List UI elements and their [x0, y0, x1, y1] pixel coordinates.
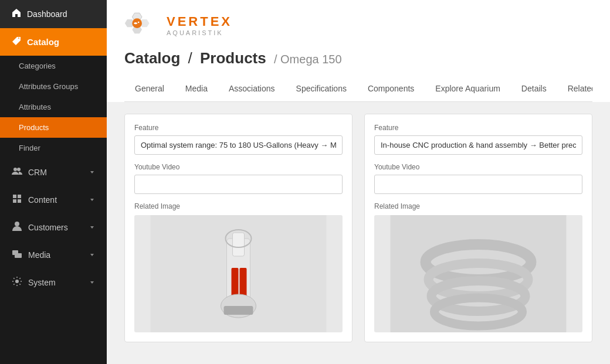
- tab-components[interactable]: Components: [357, 77, 425, 101]
- sidebar-item-media[interactable]: Media: [0, 241, 107, 268]
- sidebar-label-finder: Finder: [19, 144, 40, 152]
- features-grid: Feature Youtube Video Related Image: [124, 114, 592, 342]
- tab-associations[interactable]: Associations: [218, 77, 286, 101]
- related-image-2: [374, 215, 582, 332]
- product-image-1: [134, 215, 343, 332]
- sidebar-label-media: Media: [28, 250, 50, 260]
- svg-rect-4: [13, 199, 16, 203]
- sidebar-item-crm[interactable]: CRM: [0, 158, 107, 186]
- breadcrumb-slash: /: [188, 49, 196, 67]
- breadcrumb-catalog: Catalog: [124, 49, 180, 67]
- svg-rect-24: [224, 306, 253, 315]
- svg-point-16: [138, 22, 140, 23]
- features-content-area: Feature Youtube Video Related Image: [107, 102, 610, 364]
- content-icon: [12, 193, 22, 206]
- sidebar-label-dashboard: Dashboard: [27, 9, 67, 19]
- sidebar-label-crm: CRM: [28, 168, 47, 177]
- svg-point-9: [15, 280, 19, 283]
- tag-icon: [12, 36, 21, 47]
- sidebar-label-catalog: Catalog: [27, 37, 59, 47]
- media-icon: [12, 249, 22, 261]
- svg-point-0: [13, 168, 17, 171]
- customers-icon: [12, 221, 22, 233]
- svg-rect-5: [18, 199, 21, 203]
- svg-rect-3: [18, 195, 21, 198]
- youtube-2-input[interactable]: [374, 175, 582, 194]
- svg-point-6: [15, 222, 19, 226]
- logo-area: VERTEX AQUARISTIK: [124, 11, 592, 40]
- sidebar-item-attributes[interactable]: Attributes: [0, 97, 107, 117]
- vertex-logo: [124, 11, 160, 40]
- youtube-1-input[interactable]: [134, 175, 343, 194]
- svg-rect-19: [233, 233, 245, 256]
- sidebar-item-categories[interactable]: Categories: [0, 56, 107, 76]
- crm-icon: [12, 166, 22, 178]
- sidebar-item-products[interactable]: Products: [0, 117, 107, 138]
- sidebar: Dashboard Catalog Categories Attributes …: [0, 0, 107, 364]
- brand-sub: AQUARISTIK: [167, 29, 232, 36]
- customers-expand-icon: [89, 224, 95, 230]
- related-image-2-label: Related Image: [374, 202, 582, 210]
- breadcrumb-product: / Omega 150: [274, 53, 342, 66]
- svg-point-1: [17, 168, 21, 171]
- sidebar-item-attributes-groups[interactable]: Attributes Groups: [0, 76, 107, 97]
- feature-card-2: Feature Youtube Video Related Image: [364, 114, 592, 342]
- feature-1-input[interactable]: [134, 135, 343, 155]
- media-expand-icon: [89, 252, 95, 258]
- svg-rect-2: [13, 195, 16, 198]
- breadcrumb-products: Products: [200, 49, 266, 67]
- sidebar-item-customers[interactable]: Customers: [0, 213, 107, 241]
- related-image-1-label: Related Image: [134, 202, 343, 210]
- feature-card-1: Feature Youtube Video Related Image: [124, 114, 353, 342]
- sidebar-item-dashboard[interactable]: Dashboard: [0, 0, 107, 28]
- sidebar-label-categories: Categories: [19, 62, 56, 70]
- feature-2-input[interactable]: [374, 135, 582, 155]
- tab-related[interactable]: Related: [557, 77, 592, 101]
- brand-name: VERTEX: [167, 14, 232, 29]
- feature-1-label: Feature: [134, 124, 343, 132]
- tab-media[interactable]: Media: [175, 77, 218, 101]
- page-header: VERTEX AQUARISTIK Catalog / Products / O…: [107, 0, 610, 102]
- tab-explore-aquarium[interactable]: Explore Aquarium: [425, 77, 511, 101]
- sidebar-label-customers: Customers: [28, 223, 68, 232]
- sidebar-item-content[interactable]: Content: [0, 186, 107, 213]
- home-icon: [12, 8, 21, 20]
- sidebar-item-finder[interactable]: Finder: [0, 138, 107, 158]
- sidebar-label-system: System: [28, 278, 56, 287]
- crm-expand-icon: [89, 169, 95, 175]
- feature-2-label: Feature: [374, 124, 582, 132]
- related-image-1: [134, 215, 343, 332]
- sidebar-item-system[interactable]: System: [0, 268, 107, 296]
- sidebar-label-products: Products: [19, 123, 49, 132]
- sidebar-label-attributes-groups: Attributes Groups: [19, 82, 78, 91]
- tabs-bar: General Media Associations Specification…: [124, 77, 592, 102]
- sidebar-label-attributes: Attributes: [19, 103, 51, 111]
- tab-specifications[interactable]: Specifications: [286, 77, 357, 101]
- tab-general[interactable]: General: [124, 77, 175, 101]
- sidebar-label-content: Content: [28, 195, 57, 205]
- sidebar-item-catalog[interactable]: Catalog: [0, 28, 107, 56]
- brand-text: VERTEX AQUARISTIK: [167, 14, 232, 36]
- youtube-2-label: Youtube Video: [374, 163, 582, 171]
- svg-rect-8: [15, 253, 22, 258]
- system-expand-icon: [89, 280, 95, 285]
- main-content: VERTEX AQUARISTIK Catalog / Products / O…: [107, 0, 610, 364]
- youtube-1-label: Youtube Video: [134, 163, 343, 171]
- content-expand-icon: [89, 197, 95, 203]
- product-image-2: [374, 215, 582, 332]
- tab-details[interactable]: Details: [511, 77, 557, 101]
- breadcrumb: Catalog / Products / Omega 150: [124, 49, 592, 67]
- system-icon: [12, 276, 22, 288]
